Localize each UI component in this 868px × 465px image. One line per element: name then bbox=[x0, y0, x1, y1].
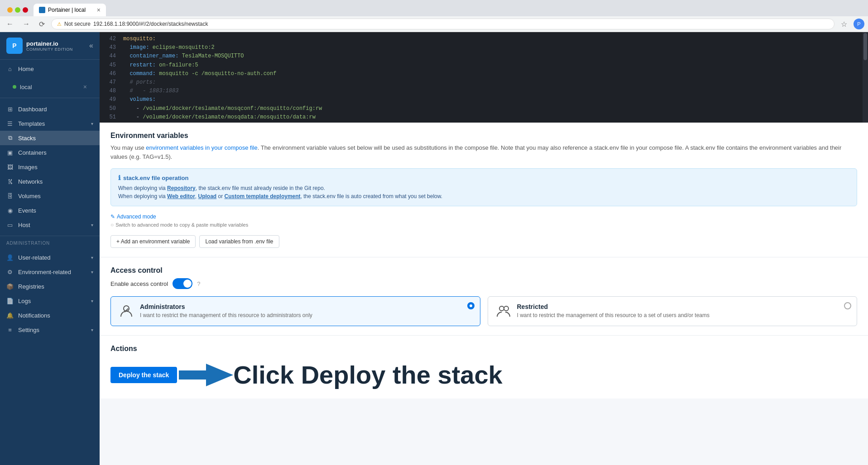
logs-chevron-icon: ▾ bbox=[91, 299, 93, 304]
sidebar-item-host[interactable]: ▭ Host ▾ bbox=[0, 218, 100, 232]
editor-scrollbar[interactable] bbox=[863, 32, 868, 123]
restricted-card-desc: I want to restrict the management of thi… bbox=[517, 312, 710, 318]
sidebar-item-settings[interactable]: ≡ Settings ▾ bbox=[0, 323, 100, 337]
sidebar-item-containers[interactable]: ▣ Containers bbox=[0, 145, 100, 160]
access-control-section: Access control Enable access control ? bbox=[100, 257, 868, 335]
info-line-1: When deploying via Repository, the stack… bbox=[118, 184, 849, 192]
info-line-2: When deploying via Web editor, Upload or… bbox=[118, 192, 849, 200]
admin-section-label: Administration bbox=[0, 238, 100, 248]
env-variables-title: Environment variables bbox=[110, 132, 857, 140]
events-icon: ◉ bbox=[6, 207, 14, 214]
code-line-43: 43 image: eclipse-mosquitto:2 bbox=[100, 43, 863, 52]
toggle-info-icon: ? bbox=[197, 280, 200, 287]
administrators-card-body: Administrators I want to restrict the ma… bbox=[140, 303, 312, 318]
advanced-mode-label: Advanced mode bbox=[117, 214, 156, 220]
logo-icon: P bbox=[6, 38, 23, 54]
info-line1-before: When deploying via bbox=[118, 185, 167, 191]
sidebar-item-home[interactable]: ⌂ Home bbox=[0, 62, 100, 76]
templates-chevron-icon: ▾ bbox=[91, 121, 93, 126]
advanced-mode-link[interactable]: ✎ Advanced mode bbox=[110, 214, 857, 220]
window-minimize[interactable] bbox=[7, 7, 13, 13]
address-text: 192.168.1.18:9000/#!/2/docker/stacks/new… bbox=[93, 21, 208, 27]
forward-button[interactable]: → bbox=[20, 19, 33, 29]
env-buttons-row: + Add an environment variable Load varia… bbox=[110, 235, 857, 248]
info-box-body: When deploying via Repository, the stack… bbox=[118, 184, 849, 200]
info-line2-sep2: or bbox=[216, 193, 224, 199]
access-card-restricted[interactable]: Restricted I want to restrict the manage… bbox=[488, 296, 858, 326]
sidebar-admin-menu: 👤 User-related ▾ ⚙ Environment-related ▾… bbox=[0, 248, 100, 339]
access-control-toggle[interactable] bbox=[173, 278, 192, 289]
sidebar-item-registries[interactable]: 📦 Registries bbox=[0, 279, 100, 294]
sidebar-item-images[interactable]: 🖼 Images bbox=[0, 160, 100, 174]
restricted-svg-icon bbox=[495, 303, 512, 319]
sidebar-item-logs[interactable]: 📄 Logs ▾ bbox=[0, 294, 100, 308]
sidebar-networks-label: Networks bbox=[18, 178, 93, 185]
profile-button[interactable]: P bbox=[854, 19, 864, 29]
switch-text: ○ Switch to advanced mode to copy & past… bbox=[110, 222, 857, 228]
bookmark-button[interactable]: ☆ bbox=[838, 19, 850, 29]
browser-tab[interactable]: Portainer | local × bbox=[34, 4, 106, 16]
svg-point-3 bbox=[504, 306, 508, 311]
info-line2-after: , the stack.env file is auto created fro… bbox=[301, 193, 443, 199]
templates-icon: ☰ bbox=[6, 120, 14, 127]
restricted-card-body: Restricted I want to restrict the manage… bbox=[517, 303, 710, 318]
restricted-card-icon bbox=[495, 303, 512, 319]
sidebar-logs-label: Logs bbox=[18, 298, 86, 304]
access-card-administrators[interactable]: Administrators I want to restrict the ma… bbox=[110, 296, 480, 326]
editor-scrollbar-thumb[interactable] bbox=[863, 33, 867, 60]
env-status-dot bbox=[13, 85, 16, 89]
sidebar-item-events[interactable]: ◉ Events bbox=[0, 203, 100, 218]
logo-edition: COMMUNITY EDITION bbox=[26, 47, 73, 52]
not-secure-label: Not secure bbox=[64, 21, 91, 27]
code-line-49: 49 volumes: bbox=[100, 95, 863, 104]
deploy-stack-button[interactable]: Deploy the stack bbox=[110, 367, 177, 383]
tab-title: Portainer | local bbox=[48, 7, 86, 13]
svg-point-2 bbox=[499, 306, 504, 311]
env-desc-link[interactable]: environment variables in your compose fi… bbox=[146, 144, 257, 151]
sidebar-item-user-related[interactable]: 👤 User-related ▾ bbox=[0, 250, 100, 265]
sidebar-item-stacks[interactable]: ⧉ Stacks bbox=[0, 131, 100, 145]
security-icon: ⚠ bbox=[57, 21, 62, 27]
admin-svg-icon bbox=[118, 303, 134, 319]
notifications-icon: 🔔 bbox=[6, 312, 14, 319]
code-editor[interactable]: 42 mosquitto: 43 image: eclipse-mosquitt… bbox=[100, 32, 863, 123]
edit-icon: ✎ bbox=[110, 214, 115, 220]
advanced-mode-row: ✎ Advanced mode ○ Switch to advanced mod… bbox=[110, 214, 857, 228]
refresh-button[interactable]: ⟳ bbox=[36, 19, 48, 29]
env-variables-description: You may use environment variables in you… bbox=[110, 143, 857, 161]
logs-icon: 📄 bbox=[6, 297, 14, 304]
window-close[interactable] bbox=[23, 7, 28, 13]
restricted-radio-empty bbox=[844, 302, 851, 309]
sidebar-environment-related-label: Environment-related bbox=[18, 269, 86, 275]
address-bar[interactable]: ⚠ Not secure 192.168.1.18:9000/#!/2/dock… bbox=[51, 19, 834, 29]
sidebar-item-notifications[interactable]: 🔔 Notifications bbox=[0, 308, 100, 323]
sidebar-notifications-label: Notifications bbox=[18, 312, 93, 319]
sidebar-item-volumes[interactable]: 🗄 Volumes bbox=[0, 189, 100, 203]
sidebar-item-dashboard[interactable]: ⊞ Dashboard bbox=[0, 102, 100, 116]
info-line2-webeditor-link[interactable]: Web editor bbox=[167, 193, 195, 199]
env-close-icon[interactable]: × bbox=[83, 83, 87, 90]
sidebar-events-label: Events bbox=[18, 207, 93, 214]
sidebar-item-environment-related[interactable]: ⚙ Environment-related ▾ bbox=[0, 265, 100, 279]
add-env-variable-button[interactable]: + Add an environment variable bbox=[110, 235, 196, 248]
env-desc-before: You may use bbox=[110, 144, 146, 151]
sidebar-item-networks[interactable]: ⛕ Networks bbox=[0, 174, 100, 189]
info-line1-repo-link[interactable]: Repository bbox=[167, 185, 196, 191]
back-button[interactable]: ← bbox=[4, 19, 16, 29]
window-maximize[interactable] bbox=[15, 7, 20, 13]
code-editor-wrapper: 42 mosquitto: 43 image: eclipse-mosquitt… bbox=[100, 32, 868, 123]
load-env-file-button[interactable]: Load variables from .env file bbox=[199, 235, 279, 248]
info-line2-custom-link[interactable]: Custom template deployment bbox=[225, 193, 301, 199]
actions-title: Actions bbox=[110, 345, 857, 353]
sidebar: P portainer.io COMMUNITY EDITION « ⌂ Hom… bbox=[0, 32, 100, 465]
sidebar-env-item[interactable]: local × bbox=[6, 81, 93, 93]
sidebar-templates-label: Templates bbox=[18, 120, 86, 127]
sidebar-logo: P portainer.io COMMUNITY EDITION « bbox=[0, 32, 100, 60]
info-line2-upload-link[interactable]: Upload bbox=[198, 193, 217, 199]
code-line-42: 42 mosquitto: bbox=[100, 35, 863, 43]
tab-close-icon[interactable]: × bbox=[97, 6, 101, 14]
user-related-icon: 👤 bbox=[6, 254, 14, 261]
toggle-slider bbox=[173, 278, 192, 289]
collapse-sidebar-button[interactable]: « bbox=[89, 42, 93, 50]
sidebar-item-templates[interactable]: ☰ Templates ▾ bbox=[0, 116, 100, 131]
